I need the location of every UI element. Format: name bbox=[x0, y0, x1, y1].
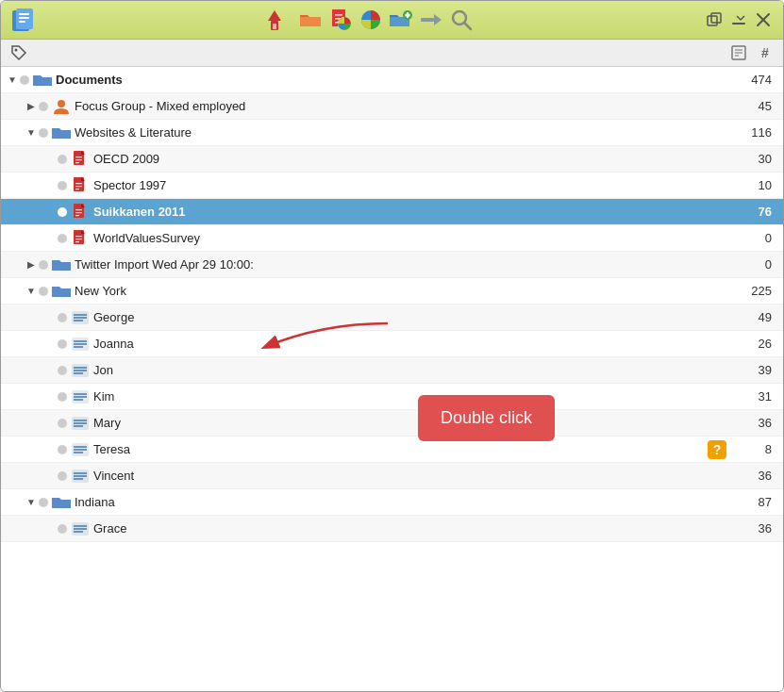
svg-rect-48 bbox=[75, 241, 79, 242]
secondary-toolbar: # bbox=[1, 40, 783, 67]
minimize-window-button[interactable] bbox=[728, 9, 749, 30]
row-icon-focus-group bbox=[52, 97, 71, 116]
pie-chart-tool-button[interactable] bbox=[358, 7, 384, 33]
svg-rect-36 bbox=[75, 162, 79, 163]
row-count-documents: 474 bbox=[734, 73, 772, 87]
row-label-spector: Spector 1997 bbox=[93, 178, 734, 192]
svg-rect-23 bbox=[711, 13, 721, 23]
row-count-websites-literature: 116 bbox=[734, 125, 772, 140]
hash-toolbar-button[interactable]: # bbox=[755, 42, 776, 63]
row-dot bbox=[58, 392, 67, 402]
row-icon-joanna bbox=[71, 335, 90, 354]
svg-line-21 bbox=[464, 23, 471, 29]
row-dot bbox=[39, 287, 48, 296]
folder-tool-button[interactable] bbox=[297, 7, 324, 33]
row-count-oecd: 30 bbox=[734, 152, 772, 166]
svg-rect-40 bbox=[75, 189, 79, 189]
svg-rect-10 bbox=[335, 14, 342, 16]
restore-window-button[interactable] bbox=[704, 9, 725, 30]
tree-row-worldvalues[interactable]: WorldValuesSurvey 0 bbox=[1, 225, 783, 252]
row-dot bbox=[58, 445, 67, 454]
tree-row-focus-group[interactable]: Focus Group - Mixed employed 45 bbox=[1, 93, 783, 120]
app-logo-icon bbox=[10, 7, 37, 33]
row-count-new-york: 225 bbox=[734, 284, 772, 298]
tree-row-spector[interactable]: Spector 1997 10 bbox=[1, 173, 783, 199]
svg-rect-38 bbox=[75, 183, 82, 184]
row-icon-new-york bbox=[52, 282, 71, 301]
row-label-vincent: Vincent bbox=[93, 469, 734, 483]
expand-arrow-new-york[interactable] bbox=[24, 278, 39, 305]
row-icon-spector bbox=[71, 176, 90, 195]
svg-marker-6 bbox=[268, 10, 281, 21]
svg-rect-42 bbox=[75, 209, 82, 210]
row-count-teresa: 8 bbox=[734, 442, 772, 456]
tree-row-websites-literature[interactable]: Websites & Literature 116 bbox=[1, 120, 783, 146]
svg-rect-47 bbox=[75, 239, 82, 239]
row-dot bbox=[39, 102, 48, 111]
expand-arrow-focus-group[interactable] bbox=[24, 93, 39, 120]
tree-row-teresa[interactable]: Teresa ? 8 bbox=[1, 437, 783, 463]
row-dot bbox=[58, 339, 67, 349]
svg-rect-46 bbox=[75, 236, 82, 237]
tree-row-george[interactable]: George 49 bbox=[1, 305, 783, 331]
close-window-button[interactable] bbox=[753, 9, 774, 30]
row-count-george: 49 bbox=[734, 310, 772, 324]
row-label-websites-literature: Websites & Literature bbox=[75, 125, 734, 140]
row-dot bbox=[39, 128, 48, 138]
tree-row-joanna[interactable]: Joanna 26 bbox=[1, 331, 783, 357]
document-tree[interactable]: Documents 474 Focus Group - Mixed employ… bbox=[1, 67, 783, 691]
row-label-oecd: OECD 2009 bbox=[93, 152, 734, 166]
tree-row-jon[interactable]: Jon 39 bbox=[1, 357, 783, 384]
tree-row-suikkanen[interactable]: Suikkanen 2011 76 bbox=[1, 199, 783, 225]
row-count-spector: 10 bbox=[734, 178, 772, 192]
tree-row-documents[interactable]: Documents 474 bbox=[1, 67, 783, 93]
toolbar-tools bbox=[267, 7, 475, 33]
svg-rect-4 bbox=[19, 21, 25, 23]
row-count-jon: 39 bbox=[734, 363, 772, 377]
tree-row-new-york[interactable]: New York 225 bbox=[1, 278, 783, 305]
search-tool-button[interactable] bbox=[448, 7, 475, 33]
row-label-new-york: New York bbox=[75, 284, 734, 298]
row-icon-kim bbox=[71, 387, 90, 406]
tree-row-vincent[interactable]: Vincent 36 bbox=[1, 463, 783, 489]
svg-rect-18 bbox=[421, 18, 434, 22]
arrow-right-tool-button[interactable] bbox=[418, 7, 444, 33]
upload-tool-button[interactable] bbox=[267, 7, 293, 33]
row-icon-indiana bbox=[52, 493, 71, 512]
svg-rect-3 bbox=[19, 17, 29, 19]
expand-arrow-documents[interactable] bbox=[5, 67, 20, 93]
tree-row-indiana[interactable]: Indiana 87 bbox=[1, 489, 783, 516]
svg-rect-2 bbox=[19, 13, 29, 15]
new-folder-tool-button[interactable] bbox=[388, 7, 414, 33]
note-toolbar-button[interactable] bbox=[728, 42, 749, 63]
tree-row-twitter-import[interactable]: Twitter Import Wed Apr 29 10:00: 0 bbox=[1, 252, 783, 278]
row-dot bbox=[58, 419, 67, 428]
row-label-documents: Documents bbox=[56, 73, 734, 87]
tree-row-grace[interactable]: Grace 36 bbox=[1, 516, 783, 542]
svg-marker-19 bbox=[434, 14, 442, 25]
row-icon-worldvalues bbox=[71, 229, 90, 248]
row-icon-documents bbox=[33, 71, 52, 90]
tag-toolbar-button[interactable] bbox=[8, 42, 29, 63]
tree-row-mary[interactable]: Mary 36 bbox=[1, 410, 783, 437]
row-icon-george bbox=[71, 308, 90, 327]
doc-tool-button[interactable] bbox=[327, 7, 354, 33]
row-label-george: George bbox=[93, 310, 734, 324]
svg-rect-22 bbox=[708, 16, 717, 25]
titlebar bbox=[1, 1, 783, 40]
row-count-indiana: 87 bbox=[734, 495, 772, 509]
row-icon-oecd bbox=[71, 150, 90, 169]
row-count-vincent: 36 bbox=[734, 469, 772, 483]
row-label-kim: Kim bbox=[93, 389, 734, 404]
expand-arrow-indiana[interactable] bbox=[24, 489, 39, 516]
row-dot bbox=[58, 471, 67, 481]
svg-rect-44 bbox=[75, 215, 79, 216]
expand-arrow-websites-literature[interactable] bbox=[24, 120, 39, 146]
row-label-joanna: Joanna bbox=[93, 337, 734, 351]
tree-row-kim[interactable]: Kim 31 bbox=[1, 384, 783, 410]
row-dot bbox=[58, 524, 67, 534]
svg-point-27 bbox=[15, 49, 18, 52]
expand-arrow-twitter-import[interactable] bbox=[24, 252, 39, 278]
row-label-suikkanen: Suikkanen 2011 bbox=[93, 205, 734, 219]
tree-row-oecd[interactable]: OECD 2009 30 bbox=[1, 146, 783, 173]
